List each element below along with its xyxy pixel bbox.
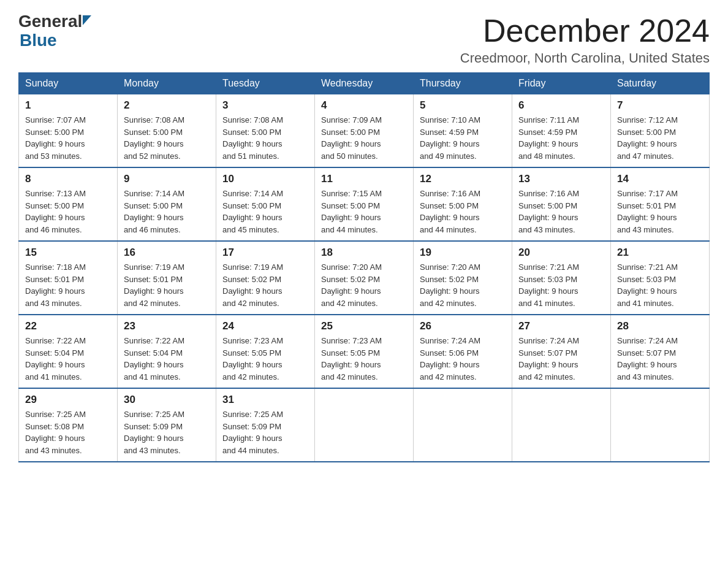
logo-triangle-icon [83,15,91,25]
day-number: 17 [222,247,308,259]
day-info: Sunrise: 7:21 AMSunset: 5:03 PMDaylight:… [518,261,604,309]
table-row: 13Sunrise: 7:16 AMSunset: 5:00 PMDayligh… [512,167,611,241]
day-info: Sunrise: 7:15 AMSunset: 5:00 PMDaylight:… [321,188,407,236]
table-row: 31Sunrise: 7:25 AMSunset: 5:09 PMDayligh… [216,388,315,462]
day-number: 3 [222,99,308,112]
table-row: 12Sunrise: 7:16 AMSunset: 5:00 PMDayligh… [414,167,512,241]
day-number: 12 [420,173,506,185]
title-area: December 2024 Creedmoor, North Carolina,… [460,12,710,66]
calendar-table: Sunday Monday Tuesday Wednesday Thursday… [18,72,710,462]
day-info: Sunrise: 7:19 AMSunset: 5:01 PMDaylight:… [124,261,210,309]
table-row: 24Sunrise: 7:23 AMSunset: 5:05 PMDayligh… [216,315,315,388]
calendar-week-row: 29Sunrise: 7:25 AMSunset: 5:08 PMDayligh… [19,388,710,462]
day-number: 6 [518,99,604,112]
day-number: 29 [25,394,111,406]
day-info: Sunrise: 7:18 AMSunset: 5:01 PMDaylight:… [25,261,111,309]
day-info: Sunrise: 7:16 AMSunset: 5:00 PMDaylight:… [420,188,506,236]
day-number: 14 [617,173,703,185]
logo-general-text: General [18,12,82,31]
day-info: Sunrise: 7:12 AMSunset: 5:00 PMDaylight:… [617,114,703,162]
day-number: 28 [617,320,703,332]
day-info: Sunrise: 7:07 AMSunset: 5:00 PMDaylight:… [25,114,111,162]
day-number: 16 [124,247,210,259]
day-info: Sunrise: 7:22 AMSunset: 5:04 PMDaylight:… [124,335,210,383]
table-row: 6Sunrise: 7:11 AMSunset: 4:59 PMDaylight… [512,94,611,168]
table-row: 1Sunrise: 7:07 AMSunset: 5:00 PMDaylight… [19,94,118,168]
day-info: Sunrise: 7:21 AMSunset: 5:03 PMDaylight:… [617,261,703,309]
day-number: 22 [25,320,111,332]
table-row: 16Sunrise: 7:19 AMSunset: 5:01 PMDayligh… [118,241,216,315]
month-title: December 2024 [460,12,710,49]
table-row: 8Sunrise: 7:13 AMSunset: 5:00 PMDaylight… [19,167,118,241]
table-row: 17Sunrise: 7:19 AMSunset: 5:02 PMDayligh… [216,241,315,315]
day-number: 23 [124,320,210,332]
day-info: Sunrise: 7:20 AMSunset: 5:02 PMDaylight:… [420,261,506,309]
col-tuesday: Tuesday [216,73,315,94]
table-row: 3Sunrise: 7:08 AMSunset: 5:00 PMDaylight… [216,94,315,168]
table-row: 7Sunrise: 7:12 AMSunset: 5:00 PMDaylight… [611,94,710,168]
table-row: 5Sunrise: 7:10 AMSunset: 4:59 PMDaylight… [414,94,512,168]
calendar-header-row: Sunday Monday Tuesday Wednesday Thursday… [19,73,710,94]
day-number: 8 [25,173,111,185]
table-row: 15Sunrise: 7:18 AMSunset: 5:01 PMDayligh… [19,241,118,315]
table-row: 28Sunrise: 7:24 AMSunset: 5:07 PMDayligh… [611,315,710,388]
table-row: 14Sunrise: 7:17 AMSunset: 5:01 PMDayligh… [611,167,710,241]
day-number: 19 [420,247,506,259]
col-saturday: Saturday [611,73,710,94]
table-row: 30Sunrise: 7:25 AMSunset: 5:09 PMDayligh… [118,388,216,462]
day-info: Sunrise: 7:08 AMSunset: 5:00 PMDaylight:… [124,114,210,162]
day-info: Sunrise: 7:14 AMSunset: 5:00 PMDaylight:… [124,188,210,236]
table-row: 22Sunrise: 7:22 AMSunset: 5:04 PMDayligh… [19,315,118,388]
calendar-week-row: 15Sunrise: 7:18 AMSunset: 5:01 PMDayligh… [19,241,710,315]
day-number: 31 [222,394,308,406]
day-info: Sunrise: 7:20 AMSunset: 5:02 PMDaylight:… [321,261,407,309]
day-info: Sunrise: 7:25 AMSunset: 5:09 PMDaylight:… [222,408,308,456]
table-row: 10Sunrise: 7:14 AMSunset: 5:00 PMDayligh… [216,167,315,241]
table-row: 19Sunrise: 7:20 AMSunset: 5:02 PMDayligh… [414,241,512,315]
table-row: 23Sunrise: 7:22 AMSunset: 5:04 PMDayligh… [118,315,216,388]
day-number: 18 [321,247,407,259]
day-number: 1 [25,99,111,112]
day-info: Sunrise: 7:11 AMSunset: 4:59 PMDaylight:… [518,114,604,162]
day-info: Sunrise: 7:14 AMSunset: 5:00 PMDaylight:… [222,188,308,236]
day-info: Sunrise: 7:25 AMSunset: 5:09 PMDaylight:… [124,408,210,456]
day-number: 26 [420,320,506,332]
calendar-week-row: 22Sunrise: 7:22 AMSunset: 5:04 PMDayligh… [19,315,710,388]
day-info: Sunrise: 7:24 AMSunset: 5:07 PMDaylight:… [617,335,703,383]
day-number: 15 [25,247,111,259]
day-number: 30 [124,394,210,406]
table-row: 20Sunrise: 7:21 AMSunset: 5:03 PMDayligh… [512,241,611,315]
table-row [414,388,512,462]
day-number: 21 [617,247,703,259]
day-number: 5 [420,99,506,112]
day-number: 24 [222,320,308,332]
col-monday: Monday [118,73,216,94]
col-wednesday: Wednesday [315,73,414,94]
table-row: 21Sunrise: 7:21 AMSunset: 5:03 PMDayligh… [611,241,710,315]
table-row: 9Sunrise: 7:14 AMSunset: 5:00 PMDaylight… [118,167,216,241]
page-header: General Blue December 2024 Creedmoor, No… [18,12,710,66]
day-number: 2 [124,99,210,112]
day-info: Sunrise: 7:10 AMSunset: 4:59 PMDaylight:… [420,114,506,162]
day-info: Sunrise: 7:19 AMSunset: 5:02 PMDaylight:… [222,261,308,309]
table-row [611,388,710,462]
table-row [512,388,611,462]
location-title: Creedmoor, North Carolina, United States [460,50,710,66]
col-friday: Friday [512,73,611,94]
day-info: Sunrise: 7:25 AMSunset: 5:08 PMDaylight:… [25,408,111,456]
day-number: 9 [124,173,210,185]
day-number: 25 [321,320,407,332]
calendar-week-row: 8Sunrise: 7:13 AMSunset: 5:00 PMDaylight… [19,167,710,241]
logo-blue-text: Blue [20,31,92,50]
day-info: Sunrise: 7:13 AMSunset: 5:00 PMDaylight:… [25,188,111,236]
day-info: Sunrise: 7:09 AMSunset: 5:00 PMDaylight:… [321,114,407,162]
day-number: 7 [617,99,703,112]
table-row: 27Sunrise: 7:24 AMSunset: 5:07 PMDayligh… [512,315,611,388]
table-row: 18Sunrise: 7:20 AMSunset: 5:02 PMDayligh… [315,241,414,315]
table-row: 11Sunrise: 7:15 AMSunset: 5:00 PMDayligh… [315,167,414,241]
day-info: Sunrise: 7:16 AMSunset: 5:00 PMDaylight:… [518,188,604,236]
table-row: 4Sunrise: 7:09 AMSunset: 5:00 PMDaylight… [315,94,414,168]
day-info: Sunrise: 7:23 AMSunset: 5:05 PMDaylight:… [321,335,407,383]
col-thursday: Thursday [414,73,512,94]
day-number: 11 [321,173,407,185]
